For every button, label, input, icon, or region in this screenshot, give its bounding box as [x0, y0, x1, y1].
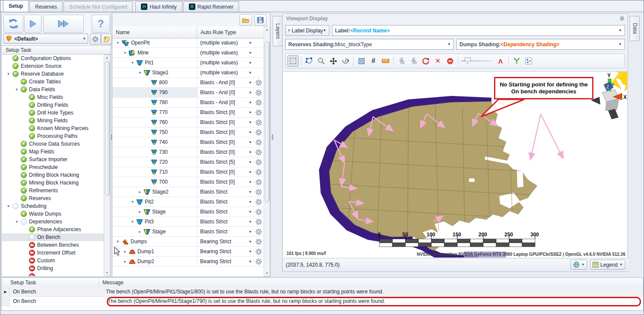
auto-rule-type-dropdown[interactable]: (multiple values)▼	[197, 38, 254, 48]
expander-icon[interactable]: ▾	[123, 51, 127, 55]
rule-row-720[interactable]: 720Blasts Strict [5]▼	[112, 157, 263, 167]
auto-rule-type-dropdown[interactable]: Blasts Strict [0]▼	[197, 147, 254, 157]
chevron-down-icon[interactable]: ▼	[249, 140, 252, 144]
flash-disabled-2-button[interactable]	[408, 55, 419, 67]
rule-row-stage1[interactable]: ▾Stage1(multiple values)▼	[112, 68, 263, 78]
reserves-shading-combo[interactable]: Reserves Shading: Misc_blockType ▼	[285, 39, 454, 50]
expander-icon[interactable]: ▸	[123, 259, 127, 264]
setup-task-item-waste-dumps[interactable]: Waste Dumps	[2, 210, 104, 218]
rule-row-openpit[interactable]: ▾OpenPit(multiple values)▼	[112, 38, 263, 48]
auto-rule-type-dropdown[interactable]: Blasts Strict [0]▼	[197, 177, 254, 187]
auto-rule-type-dropdown[interactable]: Bearing Strict▼	[197, 247, 254, 256]
rule-settings-button[interactable]	[254, 257, 263, 266]
rule-row-pit2[interactable]: ▾Pit2Blasts Strict▼	[112, 197, 263, 207]
chevron-down-icon[interactable]: ▼	[249, 101, 252, 105]
point-display-button[interactable]	[523, 55, 534, 67]
column-header-rule[interactable]: Auto Rule Type	[197, 26, 263, 38]
arrow-marker-button[interactable]: Λ	[495, 55, 506, 67]
setup-task-item-reserves[interactable]: Reserves	[2, 194, 104, 202]
delete-all-button[interactable]: ✕	[432, 55, 443, 67]
auto-rule-type-dropdown[interactable]: Bearing Strict▼	[197, 257, 254, 266]
rule-row-name-cell[interactable]: 760	[112, 118, 197, 127]
label-display-button[interactable]: Label Display ▼	[285, 25, 329, 36]
expander-icon[interactable]: ▾	[131, 200, 134, 204]
expander-icon[interactable]: ▾	[116, 239, 120, 244]
setup-task-item-scheduling[interactable]: ▾Scheduling	[2, 202, 104, 210]
rule-row-dump2[interactable]: ▸Dump2Bearing Strict▼	[112, 257, 263, 267]
chevron-down-icon[interactable]: ▼	[249, 250, 252, 254]
expander-icon[interactable]: ▾	[6, 204, 10, 208]
auto-rule-type-dropdown[interactable]: Blasts Strict [0]▼	[197, 167, 254, 177]
chevron-down-icon[interactable]: ▼	[249, 210, 252, 214]
rule-row-name-cell[interactable]: 780	[112, 98, 197, 107]
chevron-down-icon[interactable]: ▼	[249, 160, 252, 164]
rule-row-stage2[interactable]: ▸Stage2Blasts Strict▼	[112, 187, 263, 197]
setup-task-item[interactable]	[2, 272, 104, 276]
rule-settings-button[interactable]	[254, 78, 263, 87]
rule-row-name-cell[interactable]: 730	[112, 147, 197, 157]
rule-row-name-cell[interactable]: ▸Stage	[112, 207, 197, 216]
rule-row-710[interactable]: 710Blasts Strict [0]▼	[112, 167, 263, 177]
viewport-3d[interactable]: 0 50 100 150 200 250 300	[283, 71, 627, 259]
messages-column-message[interactable]: Message	[99, 278, 643, 287]
rule-row-name-cell[interactable]: ▾Pit1	[112, 58, 197, 67]
tab-rapid-reserver[interactable]: R Rapid Reserver	[183, 1, 239, 12]
rule-settings-button[interactable]	[254, 187, 263, 197]
select-polygon-button[interactable]	[303, 55, 315, 67]
expander-icon[interactable]: ▾	[131, 220, 134, 224]
projection-button[interactable]: ▼	[571, 260, 587, 270]
chevron-down-icon[interactable]: ▼	[249, 71, 252, 75]
expander-icon[interactable]: ▾	[15, 87, 19, 92]
zoom-extents-button[interactable]	[356, 55, 367, 67]
rule-row-800[interactable]: 800Blasts - And [0]▼	[112, 78, 263, 88]
rule-row-name-cell[interactable]: ▾OpenPit	[112, 38, 197, 48]
auto-rule-type-dropdown[interactable]: (multiple values)▼	[197, 68, 254, 77]
run-button[interactable]	[24, 15, 41, 33]
zoom-button[interactable]	[316, 55, 327, 67]
rule-row-name-cell[interactable]: 790	[112, 88, 197, 97]
grid-button[interactable]: #	[368, 55, 379, 67]
chevron-down-icon[interactable]: ▼	[249, 111, 252, 115]
setup-task-item-map-fields[interactable]: Map Fields	[2, 148, 104, 156]
rule-settings-button[interactable]	[254, 127, 263, 137]
setup-task-item-on-bench[interactable]: On Bench	[2, 233, 104, 241]
chevron-down-icon[interactable]: ▼	[249, 81, 252, 85]
chevron-down-icon[interactable]: ▼	[249, 41, 252, 45]
auto-rule-type-dropdown[interactable]: Blasts - And [0]▼	[197, 78, 254, 87]
expander-icon[interactable]: ▾	[138, 70, 142, 75]
chevron-down-icon[interactable]: ▼	[249, 130, 252, 134]
rule-settings-button[interactable]	[254, 157, 263, 167]
expander-icon[interactable]: ▾	[6, 72, 10, 76]
auto-rule-type-dropdown[interactable]: Blasts Strict [0]▼	[197, 108, 254, 117]
rule-row-dump1[interactable]: ▸Dump1Bearing Strict▼	[112, 247, 263, 257]
auto-rule-type-dropdown[interactable]: Blasts Strict▼	[197, 207, 254, 216]
setup-task-item-drill-hole-types[interactable]: Drill Hole Types	[2, 109, 104, 117]
auto-rule-type-dropdown[interactable]: Bearing Strict▼	[197, 237, 254, 246]
setup-task-item-drilling-block-hacking[interactable]: Drilling Block Hacking	[2, 171, 104, 179]
rule-row-name-cell[interactable]: ▸Dump2	[112, 257, 197, 266]
rule-settings-button[interactable]	[254, 237, 263, 246]
setup-task-item-custom[interactable]: Custom	[2, 257, 104, 264]
setup-task-item-data-fields[interactable]: ▾Data Fields	[2, 86, 104, 93]
rule-row-name-cell[interactable]: 750	[112, 127, 197, 137]
expander-icon[interactable]: ▸	[138, 210, 142, 214]
rule-settings-button[interactable]	[254, 88, 263, 97]
rule-row-750[interactable]: 750Blasts Strict [0]▼	[112, 127, 263, 137]
setup-task-item-reserve-database[interactable]: ▾Reserve Database	[2, 70, 104, 78]
rule-row-name-cell[interactable]: ▾Mine	[112, 48, 197, 57]
setup-task-item-mining-block-hacking[interactable]: Mining Block Hacking	[2, 179, 104, 187]
rule-settings-button[interactable]	[254, 137, 263, 147]
column-header-name[interactable]: Name	[112, 26, 197, 38]
layers-tab[interactable]: Layers	[273, 16, 283, 46]
rule-row-pit3[interactable]: ▾Pit3Blasts Strict▼	[112, 217, 263, 227]
expander-icon[interactable]: ▾	[131, 60, 134, 65]
rule-row-name-cell[interactable]: ▾Pit2	[112, 197, 197, 207]
chevron-down-icon[interactable]: ▼	[249, 150, 252, 154]
open-folder-button[interactable]	[239, 14, 252, 26]
save-button[interactable]	[254, 14, 267, 26]
setup-task-item-extension-source[interactable]: Extension Source	[2, 62, 104, 70]
setup-task-item-mining-fields[interactable]: Mining Fields	[2, 117, 104, 124]
rule-row-700[interactable]: 700Blasts Strict [0]▼	[112, 177, 263, 187]
chevron-down-icon[interactable]: ▼	[249, 51, 252, 55]
rule-settings-button[interactable]	[254, 197, 263, 207]
